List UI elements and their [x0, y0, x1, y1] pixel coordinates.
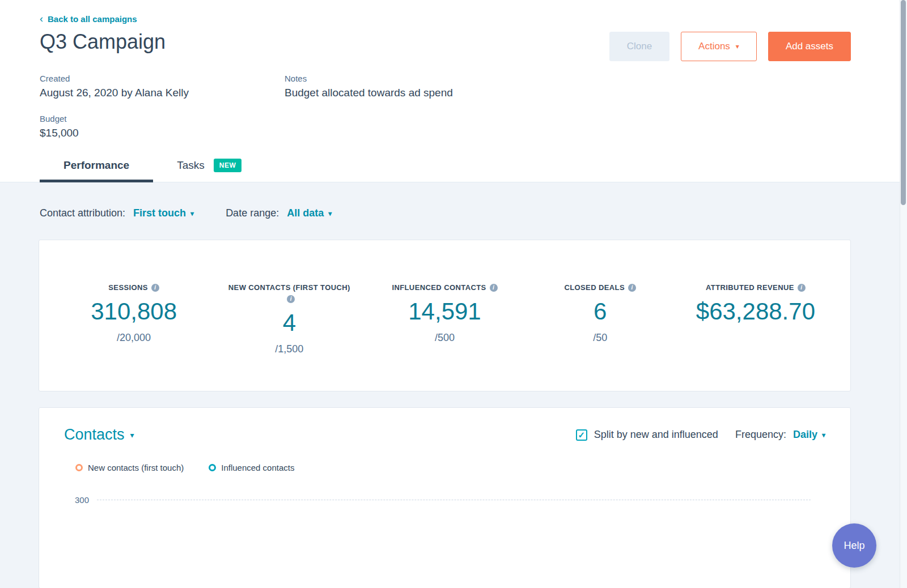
- created-value: August 26, 2020 by Alana Kelly: [40, 87, 285, 99]
- performance-body: Contact attribution: First touch ▾ Date …: [0, 182, 907, 588]
- metric-label: CLOSED DEALS: [564, 283, 625, 292]
- tab-performance[interactable]: Performance: [40, 159, 153, 182]
- metric-sessions: SESSIONSi 310,808 /20,000: [56, 282, 211, 391]
- chevron-left-icon: ‹: [40, 14, 43, 24]
- campaign-header: ‹ Back to all campaigns Q3 Campaign Clon…: [0, 0, 907, 182]
- actions-button[interactable]: Actions ▾: [681, 32, 757, 61]
- budget-value: $15,000: [40, 127, 285, 139]
- metric-value: 6: [523, 298, 678, 325]
- contacts-chart-card: Contacts ▾ ✓ Split by new and influenced…: [39, 407, 851, 588]
- frequency-dropdown[interactable]: Daily ▾: [793, 429, 825, 441]
- attribution-dropdown[interactable]: First touch ▾: [133, 207, 194, 219]
- attribution-label: Contact attribution:: [40, 207, 125, 219]
- meta-created: Created August 26, 2020 by Alana Kelly: [40, 74, 285, 99]
- back-link[interactable]: ‹ Back to all campaigns: [40, 14, 137, 24]
- metric-target: /20,000: [56, 332, 211, 344]
- info-icon[interactable]: i: [798, 284, 806, 292]
- metric-label: ATTRIBUTED REVENUE: [706, 283, 794, 292]
- chevron-down-icon: ▾: [190, 210, 194, 218]
- metric-label: NEW CONTACTS (FIRST TOUCH): [228, 283, 350, 292]
- created-label: Created: [40, 74, 285, 83]
- legend-item-new-contacts[interactable]: New contacts (first touch): [75, 463, 184, 472]
- legend-item-influenced-contacts[interactable]: Influenced contacts: [209, 463, 294, 472]
- legend-ring-icon: [75, 464, 83, 471]
- tab-tasks[interactable]: Tasks NEW: [153, 159, 265, 182]
- metric-influenced-contacts: INFLUENCED CONTACTSi 14,591 /500: [367, 282, 522, 391]
- notes-value: Budget allocated towards ad spend: [285, 87, 607, 99]
- clone-button[interactable]: Clone: [609, 32, 669, 61]
- add-assets-button[interactable]: Add assets: [768, 32, 851, 61]
- new-badge: NEW: [214, 159, 242, 172]
- gridline: [97, 500, 811, 500]
- chart-y-axis-row: 300: [64, 495, 825, 505]
- back-link-label: Back to all campaigns: [48, 14, 137, 24]
- metric-value: 4: [211, 309, 367, 336]
- metric-value: $63,288.70: [678, 298, 833, 325]
- scrollbar-track[interactable]: [900, 0, 907, 588]
- tab-performance-label: Performance: [63, 159, 129, 172]
- metric-target: /50: [523, 332, 678, 344]
- date-range-value: All data: [287, 207, 324, 219]
- chevron-down-icon: ▾: [328, 210, 332, 218]
- actions-button-label: Actions: [698, 41, 730, 52]
- legend-ring-icon: [209, 464, 216, 471]
- metric-closed-deals: CLOSED DEALSi 6 /50: [523, 282, 678, 391]
- metric-new-contacts: NEW CONTACTS (FIRST TOUCH)i 4 /1,500: [211, 282, 367, 391]
- contacts-metric-dropdown[interactable]: Contacts ▾: [64, 426, 134, 444]
- metric-target: /1,500: [211, 343, 367, 355]
- info-icon[interactable]: i: [287, 295, 295, 303]
- attribution-value: First touch: [133, 207, 186, 219]
- metric-label: SESSIONS: [108, 283, 148, 292]
- campaign-detail-page: ‹ Back to all campaigns Q3 Campaign Clon…: [0, 0, 907, 588]
- contacts-controls: ✓ Split by new and influenced Frequency:…: [576, 429, 825, 441]
- page-title: Q3 Campaign: [40, 29, 166, 54]
- tab-tasks-label: Tasks: [177, 159, 205, 172]
- metric-target: /500: [367, 332, 522, 344]
- budget-label: Budget: [40, 114, 285, 123]
- info-icon[interactable]: i: [628, 284, 636, 292]
- filters-bar: Contact attribution: First touch ▾ Date …: [39, 207, 851, 219]
- chevron-down-icon: ▾: [736, 43, 739, 50]
- scrollbar-thumb[interactable]: [901, 0, 906, 205]
- chart-legend: New contacts (first touch) Influenced co…: [64, 463, 825, 472]
- notes-label: Notes: [285, 74, 607, 83]
- y-axis-tick: 300: [64, 495, 89, 505]
- campaign-meta: Created August 26, 2020 by Alana Kelly N…: [40, 74, 607, 139]
- info-icon[interactable]: i: [151, 284, 159, 292]
- chevron-down-icon: ▾: [822, 431, 825, 439]
- contacts-card-header: Contacts ▾ ✓ Split by new and influenced…: [64, 426, 825, 444]
- checkmark-icon: ✓: [578, 430, 585, 440]
- frequency-value: Daily: [793, 429, 817, 441]
- campaign-tabs: Performance Tasks NEW: [40, 159, 851, 182]
- split-checkbox[interactable]: ✓: [576, 429, 587, 441]
- title-row: Q3 Campaign Clone Actions ▾ Add assets: [40, 29, 851, 61]
- info-icon[interactable]: i: [490, 284, 498, 292]
- legend-label: Influenced contacts: [221, 463, 294, 472]
- header-buttons: Clone Actions ▾ Add assets: [609, 32, 851, 61]
- legend-label: New contacts (first touch): [88, 463, 184, 472]
- help-button[interactable]: Help: [832, 523, 876, 568]
- metric-value: 14,591: [367, 298, 522, 325]
- date-range-label: Date range:: [226, 207, 279, 219]
- metrics-summary-card: SESSIONSi 310,808 /20,000 NEW CONTACTS (…: [39, 240, 851, 391]
- contacts-title-label: Contacts: [64, 426, 125, 444]
- metric-label: INFLUENCED CONTACTS: [392, 283, 486, 292]
- split-label: Split by new and influenced: [594, 429, 718, 441]
- metric-attributed-revenue: ATTRIBUTED REVENUEi $63,288.70: [678, 282, 833, 391]
- chevron-down-icon: ▾: [130, 431, 134, 440]
- meta-budget: Budget $15,000: [40, 114, 285, 139]
- meta-notes: Notes Budget allocated towards ad spend: [285, 74, 607, 99]
- metric-value: 310,808: [56, 298, 211, 325]
- date-range-dropdown[interactable]: All data ▾: [287, 207, 332, 219]
- frequency-label: Frequency:: [735, 429, 786, 441]
